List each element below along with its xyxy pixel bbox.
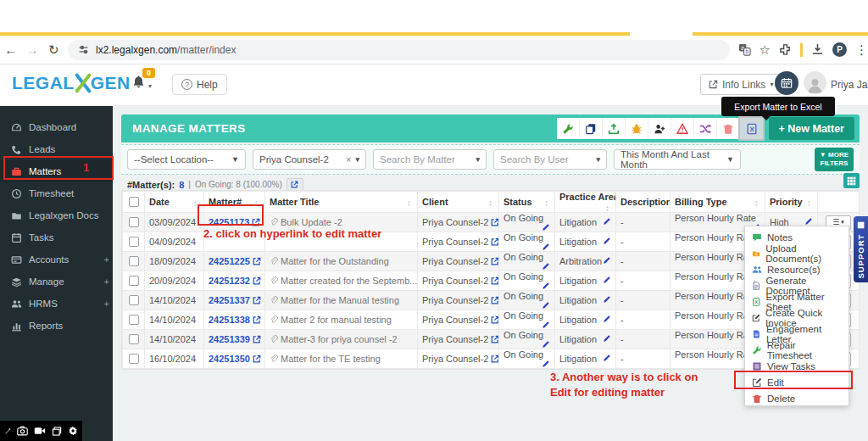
import-upload-button[interactable] bbox=[603, 118, 626, 139]
column-header-matter-title[interactable]: Matter Title bbox=[265, 192, 418, 213]
more-filters-button[interactable]: ▼ MOREFILTERS bbox=[815, 148, 854, 171]
matter-number-link[interactable]: 24251339 bbox=[209, 334, 250, 344]
row-checkbox[interactable] bbox=[129, 315, 139, 325]
copy-button[interactable] bbox=[580, 118, 603, 139]
back-icon[interactable]: ← bbox=[0, 42, 21, 57]
pencil-icon[interactable] bbox=[542, 360, 550, 368]
pencil-icon[interactable] bbox=[603, 237, 611, 245]
open-matter-icon[interactable] bbox=[253, 335, 261, 343]
search-matter-select[interactable]: Search By Matter▾ bbox=[373, 149, 487, 170]
clear-icon[interactable]: × bbox=[346, 154, 351, 165]
menu-item-view-tasks[interactable]: View Tasks bbox=[745, 358, 849, 374]
reload-icon[interactable]: ↻ bbox=[43, 42, 64, 58]
translate-icon[interactable]: ab bbox=[738, 43, 751, 56]
column-header-practice-area[interactable]: Practice Area bbox=[555, 192, 616, 213]
pencil-icon[interactable] bbox=[542, 262, 550, 271]
download-icon[interactable] bbox=[811, 43, 824, 56]
sidebar-item-manage[interactable]: Manage+ bbox=[0, 271, 113, 293]
column-header-date[interactable]: Date bbox=[145, 192, 204, 213]
info-links-button[interactable]: Info Links ▾ bbox=[700, 74, 782, 95]
open-matter-icon[interactable] bbox=[253, 276, 261, 285]
menu-item-edit[interactable]: Edit bbox=[745, 374, 849, 390]
menu-item-repair-timesheet[interactable]: Repair Timesheet bbox=[745, 342, 849, 358]
row-checkbox[interactable] bbox=[129, 237, 139, 247]
row-checkbox[interactable] bbox=[129, 354, 139, 364]
browser-profile-avatar[interactable]: P bbox=[832, 42, 847, 57]
sidebar-item-dashboard[interactable]: Dashboard bbox=[0, 116, 113, 138]
pencil-icon[interactable] bbox=[603, 217, 611, 226]
pencil-icon[interactable] bbox=[603, 315, 611, 323]
gear-icon[interactable] bbox=[68, 425, 78, 437]
row-checkbox[interactable] bbox=[129, 217, 139, 227]
open-client-icon[interactable] bbox=[491, 335, 498, 343]
matter-number-link[interactable]: 24251337 bbox=[209, 295, 250, 305]
location-select[interactable]: --Select Location--▼ bbox=[127, 149, 246, 170]
column-header-status[interactable]: Status bbox=[499, 192, 555, 213]
sidebar-item-hrms[interactable]: HRMS+ bbox=[0, 293, 113, 315]
forward-icon[interactable]: → bbox=[21, 42, 42, 57]
matter-number-link[interactable]: 24251338 bbox=[209, 315, 250, 325]
pencil-icon[interactable] bbox=[804, 217, 813, 226]
column-header-client[interactable]: Client bbox=[418, 192, 499, 213]
transfer-shuffle-button[interactable] bbox=[694, 118, 717, 139]
windows-layers-icon[interactable] bbox=[52, 426, 62, 437]
assign-user-button[interactable] bbox=[648, 118, 671, 139]
user-avatar[interactable] bbox=[804, 71, 826, 94]
column-header-description[interactable]: Description bbox=[616, 192, 670, 213]
extensions-icon[interactable] bbox=[779, 43, 792, 56]
support-tab[interactable]: SUPPORT ▩ bbox=[854, 216, 868, 282]
calendar-header-button[interactable] bbox=[775, 71, 798, 95]
open-client-icon[interactable] bbox=[491, 315, 498, 324]
pencil-icon[interactable] bbox=[542, 243, 550, 251]
new-matter-button[interactable]: + New Matter bbox=[769, 117, 854, 140]
address-bar[interactable]: lx2.legalxgen.com/matter/index bbox=[68, 40, 730, 60]
column-header-priority[interactable]: Priority bbox=[765, 192, 818, 213]
pencil-icon[interactable] bbox=[603, 354, 611, 362]
alert-triangle-button[interactable] bbox=[671, 118, 694, 139]
sidebar-item-timesheet[interactable]: Timesheet bbox=[0, 182, 113, 204]
row-checkbox[interactable] bbox=[129, 256, 139, 266]
select-all-checkbox[interactable] bbox=[129, 197, 139, 207]
column-header-matter-[interactable]: Matter# bbox=[204, 192, 265, 213]
grid-view-button[interactable] bbox=[843, 173, 860, 188]
row-checkbox[interactable] bbox=[129, 276, 139, 286]
browser-menu-icon[interactable]: ⋮ bbox=[855, 42, 868, 58]
pencil-icon[interactable] bbox=[603, 276, 611, 284]
open-client-icon[interactable] bbox=[491, 354, 498, 363]
date-range-select[interactable]: This Month And Last Month▼ bbox=[614, 149, 741, 170]
sidebar-item-reports[interactable]: Reports bbox=[0, 315, 113, 337]
pen-capture-icon[interactable] bbox=[4, 427, 11, 436]
row-checkbox[interactable] bbox=[129, 334, 139, 344]
repair-wrench-button[interactable] bbox=[557, 118, 580, 139]
row-checkbox[interactable] bbox=[129, 295, 139, 305]
pencil-icon[interactable] bbox=[603, 334, 611, 343]
export-excel-button[interactable]: X bbox=[740, 118, 763, 139]
pencil-icon[interactable] bbox=[542, 223, 550, 232]
open-client-icon[interactable] bbox=[491, 276, 498, 285]
user-name[interactable]: Priya Jain ▾ bbox=[831, 79, 868, 91]
help-button[interactable]: ? Help bbox=[172, 74, 227, 95]
sidebar-item-leads[interactable]: Leads bbox=[0, 138, 113, 160]
open-client-icon[interactable] bbox=[491, 237, 498, 246]
delete-trash-button[interactable] bbox=[717, 118, 740, 139]
camera-icon[interactable] bbox=[17, 426, 28, 436]
expand-summary-button[interactable] bbox=[287, 178, 303, 191]
pencil-icon[interactable] bbox=[542, 321, 550, 329]
pencil-icon[interactable] bbox=[542, 282, 550, 290]
sidebar-item-matters[interactable]: Matters bbox=[0, 160, 113, 182]
pencil-icon[interactable] bbox=[542, 340, 550, 349]
open-matter-icon[interactable] bbox=[253, 315, 261, 324]
sidebar-item-tasks[interactable]: Tasks bbox=[0, 226, 113, 248]
matter-number-link[interactable]: 24251225 bbox=[209, 256, 250, 266]
column-header-billing-type[interactable]: Billing Type bbox=[670, 192, 765, 213]
matter-number-link[interactable]: 24251232 bbox=[209, 276, 250, 286]
menu-item-upload-document-s-[interactable]: Upload Document(s) bbox=[745, 245, 849, 261]
matter-number-link[interactable]: 24251173 bbox=[209, 217, 249, 227]
pencil-icon[interactable] bbox=[603, 295, 611, 304]
matter-number-link[interactable]: 24251350 bbox=[209, 354, 250, 364]
sidebar-item-accounts[interactable]: Accounts+ bbox=[0, 248, 113, 271]
open-matter-icon[interactable] bbox=[252, 218, 260, 226]
bug-button[interactable] bbox=[626, 118, 648, 139]
video-camera-icon[interactable] bbox=[34, 426, 46, 436]
open-client-icon[interactable] bbox=[491, 257, 498, 265]
